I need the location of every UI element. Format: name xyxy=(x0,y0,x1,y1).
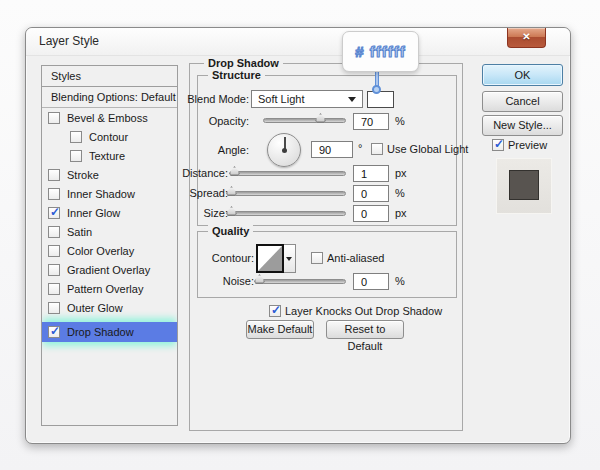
close-button[interactable]: ✕ xyxy=(507,28,546,48)
styles-header: Styles xyxy=(41,65,178,87)
spread-slider-track[interactable] xyxy=(231,191,346,196)
size-input[interactable] xyxy=(353,205,389,222)
checkbox[interactable] xyxy=(48,112,60,124)
sidebar-item-drop-shadow[interactable]: Drop Shadow xyxy=(42,322,177,342)
style-preview-thumbnail xyxy=(496,158,552,214)
contour-thumbnail[interactable] xyxy=(256,244,284,273)
checkbox[interactable] xyxy=(48,207,60,219)
size-slider-track[interactable] xyxy=(231,211,346,216)
opacity-input[interactable] xyxy=(353,113,389,130)
contour-label: Contour: xyxy=(166,250,254,267)
sidebar-item-label: Contour xyxy=(89,131,128,143)
sidebar-item-label: Stroke xyxy=(67,169,99,181)
opacity-label: Opacity: xyxy=(156,113,249,130)
quality-legend: Quality xyxy=(208,225,253,237)
spread-label: Spread: xyxy=(146,185,228,202)
preview-checkbox[interactable] xyxy=(492,139,504,151)
spread-input[interactable] xyxy=(353,185,389,202)
angle-dial[interactable] xyxy=(267,133,301,167)
opacity-unit: % xyxy=(395,113,405,130)
close-icon: ✕ xyxy=(522,31,530,42)
blend-mode-label: Blend Mode: xyxy=(156,91,249,108)
color-annotation-tooltip: # ffffff xyxy=(342,31,419,72)
sidebar-item-label: Texture xyxy=(89,150,125,162)
checkbox[interactable] xyxy=(70,131,82,143)
checkbox[interactable] xyxy=(48,226,60,238)
sidebar-item-label: Pattern Overlay xyxy=(67,283,143,295)
panel-title: Drop Shadow xyxy=(204,57,283,69)
noise-slider-track[interactable] xyxy=(258,279,346,284)
checkbox[interactable] xyxy=(48,283,60,295)
distance-input[interactable] xyxy=(353,165,389,182)
window-title: Layer Style xyxy=(39,28,99,55)
sidebar-item-satin[interactable]: Satin xyxy=(42,223,177,241)
styles-list: Blending Options: Default Bevel & Emboss… xyxy=(41,87,178,426)
layer-knocks-out-label: Layer Knocks Out Drop Shadow xyxy=(285,305,442,317)
checkbox[interactable] xyxy=(48,302,60,314)
sidebar-item-label: Outer Glow xyxy=(67,302,123,314)
sidebar-item-gradient-overlay[interactable]: Gradient Overlay xyxy=(42,261,177,279)
sidebar-item-label: Inner Glow xyxy=(67,207,120,219)
checkbox[interactable] xyxy=(48,169,60,181)
contour-picker[interactable] xyxy=(256,244,296,273)
anti-aliased-checkbox[interactable] xyxy=(311,252,323,264)
blend-mode-select[interactable]: Soft Light xyxy=(251,90,363,108)
preview-label: Preview xyxy=(508,139,547,151)
opacity-slider-track[interactable] xyxy=(263,118,346,123)
distance-slider-track[interactable] xyxy=(231,171,346,176)
style-preview-shape xyxy=(509,170,539,200)
structure-legend: Structure xyxy=(208,69,265,81)
layer-knocks-out-checkbox[interactable] xyxy=(269,305,281,317)
sidebar-item-outer-glow[interactable]: Outer Glow xyxy=(42,299,177,317)
checkbox[interactable] xyxy=(48,264,60,276)
checkbox[interactable] xyxy=(48,188,60,200)
ok-button[interactable]: OK xyxy=(482,64,563,86)
angle-center-dot xyxy=(282,148,287,153)
color-annotation-text: # ffffff xyxy=(355,43,405,60)
angle-label: Angle: xyxy=(156,142,249,159)
checkbox[interactable] xyxy=(70,150,82,162)
blend-mode-value: Soft Light xyxy=(258,93,304,105)
sidebar-item-label: Inner Shadow xyxy=(67,188,135,200)
make-default-button[interactable]: Make Default xyxy=(246,320,314,339)
noise-input[interactable] xyxy=(353,273,389,290)
new-style-button[interactable]: New Style... xyxy=(482,115,563,136)
shadow-color-swatch[interactable] xyxy=(367,91,394,108)
sidebar-item-label: Gradient Overlay xyxy=(67,264,150,276)
use-global-light-label: Use Global Light xyxy=(387,143,468,155)
spread-unit: % xyxy=(395,185,405,202)
sidebar-item-pattern-overlay[interactable]: Pattern Overlay xyxy=(42,280,177,298)
size-unit: px xyxy=(395,205,407,222)
distance-label: Distance: xyxy=(146,165,228,182)
title-bar[interactable]: Layer Style xyxy=(26,28,570,56)
noise-unit: % xyxy=(395,273,405,290)
reset-to-default-button[interactable]: Reset to Default xyxy=(326,320,404,339)
sidebar-item-label: Satin xyxy=(67,226,92,238)
sidebar-item-label: Color Overlay xyxy=(67,245,134,257)
sidebar-item-color-overlay[interactable]: Color Overlay xyxy=(42,242,177,260)
angle-input[interactable] xyxy=(311,141,353,158)
use-global-light-checkbox[interactable] xyxy=(371,143,383,155)
layer-style-dialog: Layer Style ✕ Styles Blending Options: D… xyxy=(25,27,571,444)
angle-unit: ° xyxy=(358,140,362,157)
desktop-background: Layer Style ✕ Styles Blending Options: D… xyxy=(0,0,600,470)
sidebar-item-label: Drop Shadow xyxy=(67,326,134,338)
sidebar-item-label: Bevel & Emboss xyxy=(67,112,148,124)
annotation-pointer-dot xyxy=(372,85,381,94)
distance-unit: px xyxy=(395,165,407,182)
anti-aliased-label: Anti-aliased xyxy=(327,252,384,264)
contour-dropdown-arrow-icon[interactable] xyxy=(284,244,296,273)
checkbox[interactable] xyxy=(48,326,60,338)
checkbox[interactable] xyxy=(48,245,60,257)
noise-label: Noise: xyxy=(166,273,254,290)
size-label: Size: xyxy=(146,205,228,222)
cancel-button[interactable]: Cancel xyxy=(482,91,563,112)
